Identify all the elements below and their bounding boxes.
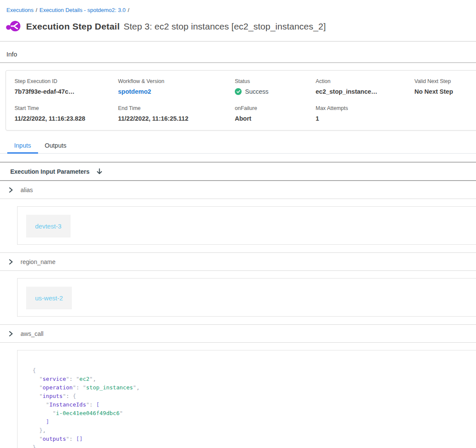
section-name: region_name bbox=[21, 258, 56, 265]
field-label: Valid Next Step bbox=[414, 78, 476, 84]
download-arrow-icon[interactable] bbox=[96, 168, 103, 175]
aws-call-code: { "service": "ec2", "operation": "stop_i… bbox=[33, 366, 475, 448]
field-value: 11/22/2022, 11:16:25.112 bbox=[118, 115, 235, 122]
tab-inputs[interactable]: Inputs bbox=[7, 141, 38, 154]
field-label: Step Execution ID bbox=[15, 78, 118, 84]
chevron-right-icon[interactable] bbox=[9, 187, 14, 193]
section-name: alias bbox=[21, 187, 33, 193]
inputs-outputs-tabs: Inputs Outputs bbox=[0, 141, 476, 154]
title-divider bbox=[0, 41, 476, 42]
params-divider bbox=[0, 180, 476, 181]
field-valid-next-step: Valid Next Step No Next Step bbox=[414, 78, 476, 95]
workflow-branch-icon bbox=[6, 21, 21, 33]
section-divider bbox=[0, 252, 476, 253]
field-onfailure: onFailure Abort bbox=[235, 105, 316, 122]
status-badge: Success bbox=[235, 88, 316, 95]
field-action: Action ec2_stop_instance… bbox=[316, 78, 414, 95]
region-name-value-box: us-west-2 bbox=[17, 278, 476, 317]
field-label: Status bbox=[235, 78, 316, 84]
field-value: 1 bbox=[316, 115, 414, 122]
chevron-right-icon[interactable] bbox=[9, 259, 14, 265]
section-region-name-header[interactable]: region_name bbox=[9, 258, 476, 266]
field-label: Action bbox=[316, 78, 414, 84]
field-value: 11/22/2022, 11:16:23.828 bbox=[15, 115, 118, 122]
chevron-right-icon[interactable] bbox=[9, 331, 14, 337]
page-header: Execution Step Detail Step 3: ec2 stop i… bbox=[6, 21, 476, 33]
breadcrumb-link-execution-details[interactable]: Execution Details - spotdemo2: 3.0 bbox=[39, 7, 126, 13]
field-label: Workflow & Version bbox=[118, 78, 235, 84]
alias-value-box: devtest-3 bbox=[17, 206, 476, 245]
section-divider bbox=[0, 199, 476, 199]
execution-input-parameters-title: Execution Input Parameters bbox=[10, 168, 89, 175]
info-card-grid: Step Execution ID 7b73f93e-edaf-47c… Wor… bbox=[15, 78, 476, 122]
region-name-value-chip: us-west-2 bbox=[26, 287, 72, 309]
section-name: aws_call bbox=[21, 330, 44, 337]
info-heading: Info bbox=[6, 50, 476, 58]
aws-call-code-box: { "service": "ec2", "operation": "stop_i… bbox=[17, 350, 476, 448]
section-aws-call-header[interactable]: aws_call bbox=[9, 330, 476, 338]
breadcrumb: Executions/Execution Details - spotdemo2… bbox=[6, 7, 476, 13]
section-divider bbox=[0, 324, 476, 325]
success-check-icon bbox=[235, 88, 242, 95]
field-end-time: End Time 11/22/2022, 11:16:25.112 bbox=[118, 105, 235, 122]
field-workflow-version: Workflow & Version spotdemo2 bbox=[118, 78, 235, 95]
breadcrumb-link-executions[interactable]: Executions bbox=[6, 7, 34, 13]
field-label: onFailure bbox=[235, 105, 316, 111]
section-alias-header[interactable]: alias bbox=[9, 186, 476, 194]
field-step-execution-id: Step Execution ID 7b73f93e-edaf-47c… bbox=[15, 78, 118, 95]
info-divider bbox=[0, 62, 476, 63]
field-label: Start Time bbox=[15, 105, 118, 111]
status-text: Success bbox=[245, 88, 269, 95]
breadcrumb-separator: / bbox=[36, 7, 38, 13]
page-title: Execution Step Detail bbox=[26, 21, 120, 32]
tabs-divider bbox=[0, 162, 476, 163]
page-subtitle: Step 3: ec2 stop instances [ec2_stop_ins… bbox=[124, 21, 326, 32]
section-divider bbox=[0, 342, 476, 343]
tab-outputs[interactable]: Outputs bbox=[38, 141, 74, 154]
section-divider bbox=[0, 270, 476, 271]
workflow-link[interactable]: spotdemo2 bbox=[118, 88, 235, 95]
field-value: No Next Step bbox=[414, 88, 476, 95]
alias-value-chip: devtest-3 bbox=[26, 215, 71, 237]
field-start-time: Start Time 11/22/2022, 11:16:23.828 bbox=[15, 105, 118, 122]
execution-input-parameters-header: Execution Input Parameters bbox=[10, 168, 476, 175]
field-status: Status Success bbox=[235, 78, 316, 95]
field-label: Max Attempts bbox=[316, 105, 414, 111]
field-value: ec2_stop_instance… bbox=[316, 88, 414, 95]
field-value: Abort bbox=[235, 115, 316, 122]
field-label: End Time bbox=[118, 105, 235, 111]
field-value: 7b73f93e-edaf-47c… bbox=[15, 88, 118, 95]
breadcrumb-separator: / bbox=[128, 7, 130, 13]
info-card: Step Execution ID 7b73f93e-edaf-47c… Wor… bbox=[6, 70, 476, 131]
field-max-attempts: Max Attempts 1 bbox=[316, 105, 414, 122]
